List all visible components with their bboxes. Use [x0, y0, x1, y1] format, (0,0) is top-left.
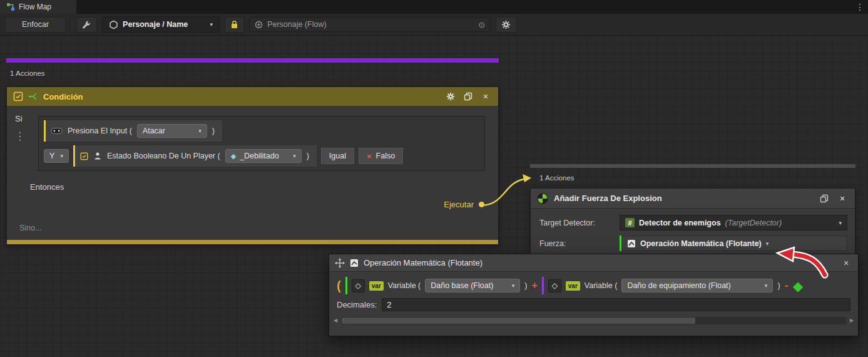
bool-variable-value: _Debilitado: [240, 152, 279, 160]
variable-open-label: Variable (: [388, 281, 421, 290]
popup-header[interactable]: Operación Matemática (Flotante) ×: [329, 254, 858, 272]
false-x-icon: ×: [367, 152, 372, 161]
node-settings-gear-icon[interactable]: [444, 90, 457, 103]
move-icon[interactable]: [335, 258, 345, 268]
condition-item[interactable]: Estado Booleano De Un Player ( ◆ _Debili…: [73, 145, 317, 167]
variable-close-paren: ): [777, 281, 780, 290]
diamond-outline-icon: ◇: [552, 281, 558, 290]
condition-accent-bar: [73, 145, 75, 167]
condition-node[interactable]: Condición × Si ⋮: [6, 86, 499, 245]
condition-node-header[interactable]: Condición ×: [7, 87, 498, 106]
condition-actions-count: 1 Acciones: [10, 70, 45, 77]
chevron-down-icon: ▾: [512, 282, 515, 289]
popup-title: Operación Matemática (Flotante): [364, 258, 483, 267]
variable-open-label: Variable (: [585, 281, 618, 290]
scrollbar-track[interactable]: [341, 317, 846, 324]
flow-map-window: Flow Map ⋮ Enfocar Personaje / Name ▾: [0, 0, 868, 357]
tab-flow-map[interactable]: Flow Map: [0, 0, 76, 14]
duplicate-icon[interactable]: [462, 90, 474, 103]
chevron-down-icon: ▾: [60, 153, 63, 159]
input-action-dropdown[interactable]: Atacar ▾: [137, 124, 207, 138]
condition1-text: Presiona El Input (: [68, 127, 132, 135]
condition-row-1: Presiona El Input ( Atacar ▾ ): [44, 120, 479, 142]
variable2-dropdown[interactable]: Daño de equipamiento (Float) ▾: [621, 279, 773, 292]
toolbar-separator: [71, 18, 71, 31]
variable2-value: Daño de equipamiento (Float): [627, 281, 730, 290]
duplicate-icon[interactable]: [818, 192, 830, 205]
value-type-chip[interactable]: ◇: [548, 279, 561, 292]
else-label: Sino...: [19, 224, 41, 232]
conditions-list: Presiona El Input ( Atacar ▾ ) Y ▾: [38, 116, 485, 171]
logic-operator-value: Y: [49, 152, 54, 160]
actions-node-accent-strip: [530, 164, 855, 168]
kebab-icon: ⋮: [855, 2, 864, 12]
gamepad-icon: [51, 127, 63, 135]
execute-label: Ejecutar: [444, 200, 474, 209]
fuerza-value-dropdown[interactable]: Operación Matemática (Flotante) ▾: [621, 235, 847, 251]
window-menu-button[interactable]: ⋮: [852, 0, 868, 14]
decimals-input[interactable]: [382, 298, 850, 311]
gear-button[interactable]: [496, 17, 516, 33]
character-dropdown-label: Personaje / Name: [123, 20, 188, 29]
field-row-fuerza: Fuerza: Operación Matemática (Flotante) …: [539, 235, 847, 251]
variable1-dropdown[interactable]: Daño base (Float) ▾: [425, 279, 520, 292]
scroll-right-icon[interactable]: ▶: [849, 318, 855, 323]
operand-2: ◇ var Variable ( Daño de equipamiento (F…: [542, 277, 780, 294]
character-dropdown[interactable]: Personaje / Name ▾: [102, 16, 220, 33]
horizontal-scrollbar[interactable]: ◀ ▶: [332, 316, 855, 325]
gear-icon: [501, 20, 511, 29]
close-icon[interactable]: ×: [840, 257, 852, 269]
lock-button[interactable]: [225, 17, 244, 33]
branch-icon: [28, 91, 38, 101]
chevron-down-icon: ▾: [293, 153, 296, 159]
condition-node-title: Condición: [43, 92, 83, 101]
explosion-sphere-icon: [537, 193, 548, 204]
input-action-value: Atacar: [143, 127, 165, 135]
comparison-dropdown[interactable]: Igual: [321, 148, 354, 164]
variable-close-paren: ): [524, 281, 527, 290]
field-label: Fuerza:: [539, 239, 620, 248]
plus-operator: +: [531, 280, 537, 291]
value-picker-diamond-icon[interactable]: ◆: [793, 279, 803, 292]
operand2-accent-bar: [542, 277, 544, 294]
decimals-row: Decimales:: [329, 296, 858, 311]
execute-output-port[interactable]: Ejecutar: [444, 200, 484, 209]
logic-operator-dropdown[interactable]: Y ▾: [44, 149, 69, 163]
close-icon[interactable]: ×: [836, 192, 849, 205]
graph-toolbar: Enfocar Personaje / Name ▾ Personaje (Fl…: [0, 14, 868, 36]
condition-node-bottom-strip: [7, 240, 498, 244]
chevron-down-icon: ▾: [198, 128, 202, 134]
drag-handle-icon[interactable]: ⋮: [14, 130, 25, 143]
flow-asset-icon: [255, 21, 263, 29]
field-label: Target Detector:: [539, 219, 620, 227]
graph-canvas[interactable]: 1 Acciones Condición ×: [0, 36, 868, 357]
window-titlebar: Flow Map ⋮: [0, 0, 868, 14]
bool-value-button[interactable]: × Falso: [359, 148, 403, 164]
actions-count: 1 Acciones: [539, 174, 574, 182]
bool-variable-dropdown[interactable]: ◆ _Debilitado ▾: [225, 149, 302, 163]
math-operation-popup[interactable]: Operación Matemática (Flotante) × ( ◇ va…: [329, 254, 859, 336]
minus-operator[interactable]: -: [785, 279, 789, 292]
actions-node-header[interactable]: Añadir Fuerza De Explosion ×: [531, 189, 855, 209]
port-dot-icon[interactable]: [479, 202, 484, 207]
tab-title: Flow Map: [19, 3, 51, 11]
then-label: Entonces: [30, 182, 64, 192]
condition1-close-paren: ): [212, 127, 215, 135]
value-type-chip[interactable]: ◇: [352, 279, 365, 292]
condition-item[interactable]: Presiona El Input ( Atacar ▾ ): [44, 120, 222, 142]
scrollbar-thumb[interactable]: [342, 318, 695, 324]
close-icon[interactable]: ×: [479, 90, 492, 103]
flow-object-field[interactable]: Personaje (Flow) ⊙: [249, 17, 491, 32]
object-picker-icon[interactable]: ⊙: [478, 20, 485, 29]
bool-value-label: Falso: [376, 152, 396, 160]
tools-wrench-button[interactable]: [76, 17, 97, 33]
chevron-down-icon: ▾: [192, 21, 213, 28]
scroll-left-icon[interactable]: ◀: [332, 318, 339, 323]
diamond-icon: ◆: [231, 152, 236, 160]
condition-row-2: Y ▾ Estado Booleano De Un Player (: [44, 145, 479, 167]
chevron-down-icon: ▾: [765, 282, 768, 289]
actions-node-fields: Target Detector: # Detector de enemigos …: [531, 209, 855, 251]
target-detector-dropdown[interactable]: # Detector de enemigos (TargetDetector) …: [620, 215, 847, 230]
focus-button[interactable]: Enfocar: [5, 17, 66, 33]
condition-icon: [13, 91, 23, 101]
